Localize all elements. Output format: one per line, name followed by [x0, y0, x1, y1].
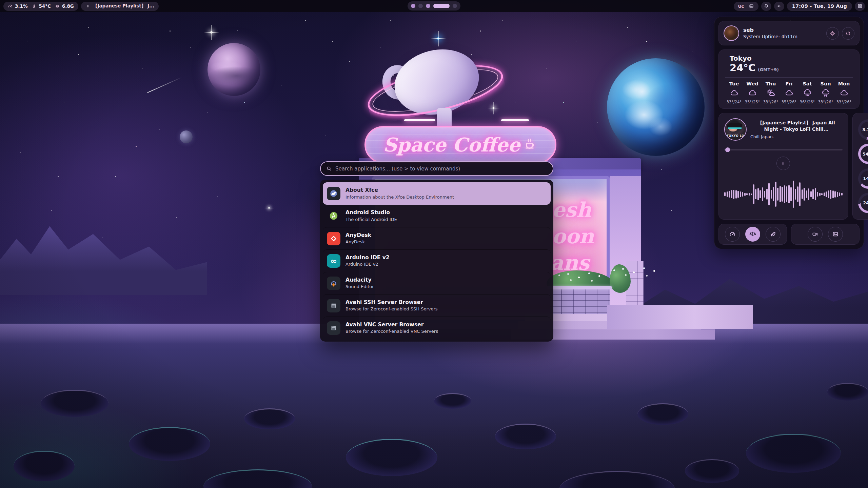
now-playing-label: 【Japanese Playlist】 J...: [93, 3, 154, 9]
search-bar[interactable]: [320, 161, 553, 176]
pause-icon: [781, 161, 786, 166]
workspace-dot-2[interactable]: [418, 4, 423, 8]
avatar: [724, 25, 739, 41]
app-row[interactable]: Android StudioThe official Android IDE: [323, 205, 551, 227]
visualizer-bar: [834, 191, 836, 198]
visualizer-bar: [810, 191, 812, 197]
now-playing-pill[interactable]: 【Japanese Playlist】 J...: [81, 2, 159, 11]
app-text: About XfceInformation about the Xfce Des…: [346, 187, 454, 200]
gauge-value: 14%: [858, 168, 868, 189]
app-text: Avahi SSH Server BrowserBrowse for Zeroc…: [346, 300, 438, 312]
app-row[interactable]: Avahi SSH Server BrowserBrowse for Zeroc…: [323, 294, 551, 317]
visualizer-bar: [773, 187, 774, 201]
visualizer-bar: [764, 191, 765, 198]
scales-icon: [749, 231, 756, 238]
visualizer-bar: [817, 192, 818, 197]
visualizer-bar: [762, 187, 763, 201]
visualizer-bar: [799, 182, 801, 206]
forecast-temps: 33°/24°: [727, 100, 742, 104]
clock[interactable]: 17:09 - Tue, 19 Aug: [787, 2, 852, 11]
app-row[interactable]: AudacitySound Editor: [323, 272, 551, 294]
chip-icon: [55, 4, 60, 9]
app-title: Audacity: [346, 277, 374, 283]
visualizer-bar: [790, 187, 792, 201]
app-description: The official Android IDE: [346, 217, 397, 222]
performance-profile-button[interactable]: [725, 227, 740, 242]
volume-button[interactable]: [774, 2, 784, 11]
weather-city: Tokyo: [730, 55, 779, 62]
visualizer-bar: [821, 193, 823, 195]
visualizer-bar: [824, 192, 825, 196]
visualizer-bar: [839, 192, 840, 196]
weather-cloud-icon: [840, 89, 848, 97]
app-icon-audacity: [327, 277, 340, 290]
visualizer-bar: [749, 193, 750, 196]
roof-neon-tube: [501, 119, 529, 121]
app-title: Arduino IDE v2: [346, 255, 390, 261]
system-tray[interactable]: Uc: [734, 2, 758, 11]
roof-neon-tube: [404, 119, 435, 121]
app-icon-xfce: [327, 187, 340, 200]
app-row[interactable]: Avahi VNC Server BrowserBrowse for Zeroc…: [323, 317, 551, 339]
control-center-panel: seb System Uptime: 4h11m Tokyo 24°C (GMT…: [714, 17, 864, 249]
forecast-temps: 35°/26°: [782, 100, 797, 104]
search-input[interactable]: [335, 166, 547, 172]
system-stats-pill[interactable]: 3.1% 54°C 6.8G: [3, 2, 78, 11]
balanced-profile-button[interactable]: [745, 227, 760, 242]
app-description: Browse for Zeroconf-enabled VNC Servers: [346, 329, 438, 334]
workspace-dot-5[interactable]: [453, 4, 457, 8]
window-neon-text: oon: [552, 224, 594, 248]
cpu-stat: 3.1%: [8, 3, 27, 9]
system-gauges-card: 3.1%54°C14%24%: [852, 113, 868, 220]
overview-button[interactable]: [855, 2, 865, 11]
app-row[interactable]: About XfceInformation about the Xfce Des…: [323, 182, 551, 205]
screen-record-button[interactable]: [808, 227, 823, 242]
forecast-temps: 33°/26°: [818, 100, 833, 104]
app-text: AudacitySound Editor: [346, 277, 374, 289]
forecast-day-name: Thu: [766, 81, 776, 86]
workspace-dot-4[interactable]: [433, 4, 450, 8]
notifications-button[interactable]: [761, 2, 771, 11]
app-title: AnyDesk: [346, 232, 371, 239]
app-row[interactable]: AnyDeskAnyDesk: [323, 227, 551, 249]
seek-bar[interactable]: [724, 147, 843, 152]
app-description: Sound Editor: [346, 284, 374, 289]
workspace-dot-1[interactable]: [411, 4, 415, 8]
visualizer-bar: [806, 190, 807, 198]
visualizer-bar: [733, 190, 734, 199]
settings-button[interactable]: [826, 27, 839, 40]
seek-knob[interactable]: [725, 147, 730, 152]
tray-app-icon[interactable]: Uc: [738, 4, 744, 9]
username: seb: [743, 27, 826, 33]
leaf-icon: [770, 231, 776, 238]
visualizer-bar: [742, 192, 743, 197]
forecast-day: Wed35°/25°: [743, 81, 762, 104]
weather-cloud-icon: [748, 89, 757, 97]
thermometer-icon: [32, 4, 37, 9]
workspace-indicator: [408, 1, 460, 11]
forecast-day-name: Tue: [729, 81, 739, 86]
app-description: Arduino IDE v2: [346, 262, 390, 267]
search-icon: [326, 166, 332, 171]
wallpaper-tray-icon[interactable]: [749, 3, 754, 9]
powersaver-profile-button[interactable]: [766, 227, 781, 242]
visualizer-bar: [740, 191, 741, 197]
coffee-cup-icon: [524, 138, 538, 152]
visualizer-bar: [819, 193, 821, 196]
grid-icon: [857, 3, 863, 9]
crater: [346, 439, 437, 476]
visualizer-bar: [744, 193, 746, 196]
visualizer-bar: [841, 193, 843, 196]
visualizer-bar: [802, 189, 803, 199]
videocam-icon: [812, 231, 818, 238]
visualizer-bar: [737, 191, 739, 198]
power-button[interactable]: [842, 27, 854, 40]
app-icon-avahi: [327, 321, 340, 335]
pause-button[interactable]: [776, 157, 790, 170]
screenshot-button[interactable]: [828, 227, 843, 242]
workspace-dot-3[interactable]: [426, 4, 430, 8]
app-results-list: About XfceInformation about the Xfce Des…: [320, 180, 553, 342]
system-gauge: 54°C: [858, 144, 868, 164]
visualizer-bar: [808, 188, 809, 200]
app-row[interactable]: ∞Arduino IDE v2Arduino IDE v2: [323, 249, 551, 272]
